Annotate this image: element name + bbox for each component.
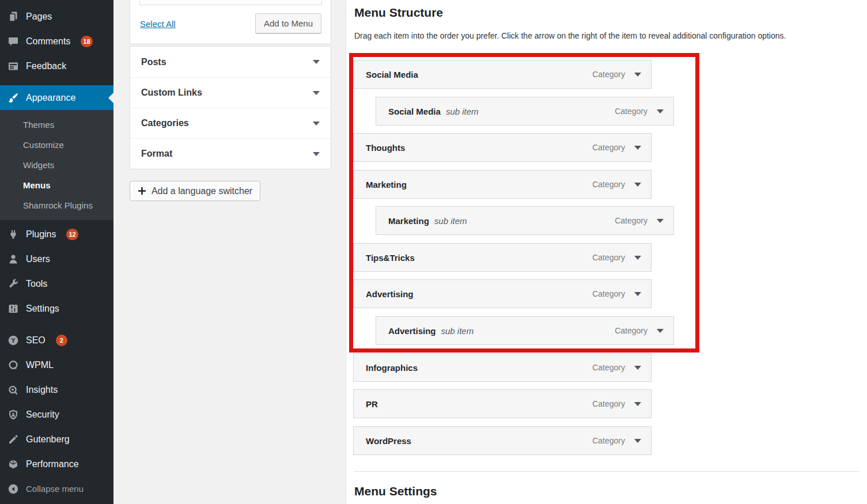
item-options-arrow-icon[interactable] — [657, 109, 664, 113]
plugins-icon — [7, 228, 20, 241]
sidebar-item-feedback[interactable]: Feedback — [0, 54, 113, 78]
submenu-item-themes[interactable]: Themes — [0, 115, 113, 135]
menu-item-title: Advertising — [366, 289, 414, 299]
sidebar-item-wpml[interactable]: WPML — [0, 353, 113, 377]
menu-item-title: Thoughts — [366, 143, 405, 153]
admin-menu: Pages Comments 18 Feedback Appearance Th… — [0, 0, 113, 501]
submenu-item-shamrock-plugins[interactable]: Shamrock Plugins — [0, 195, 113, 215]
collapse-icon — [7, 483, 20, 495]
item-options-arrow-icon[interactable] — [634, 146, 641, 150]
menu-item-title: Social Media — [366, 70, 418, 79]
menu-item-type-label: Category — [615, 216, 648, 225]
accordion-section-categories[interactable]: Categories — [130, 108, 331, 138]
sidebar-item-comments[interactable]: Comments 18 — [0, 29, 113, 54]
sidebar-item-tools[interactable]: Tools — [0, 271, 113, 296]
menu-item-title: PR — [366, 399, 378, 409]
appearance-submenu: Themes Customize Widgets Menus Shamrock … — [0, 110, 113, 220]
menu-item-title: Advertising — [388, 326, 436, 336]
category-checklist-box — [139, 0, 322, 5]
performance-icon — [7, 458, 20, 471]
submenu-item-menus[interactable]: Menus — [0, 175, 113, 195]
sidebar-item-label: Settings — [26, 304, 59, 314]
item-options-arrow-icon[interactable] — [657, 329, 664, 333]
add-language-switcher-label: Add a language switcher — [152, 186, 252, 196]
menu-item-row[interactable]: WordPress Category — [353, 426, 652, 455]
menu-item-type-label: Category — [592, 436, 625, 445]
item-options-arrow-icon[interactable] — [634, 256, 641, 260]
plugins-count-badge: 12 — [66, 229, 78, 240]
menu-item-type-label: Category — [615, 326, 648, 335]
tools-icon — [7, 278, 20, 290]
menu-settings-title: Menu Settings — [354, 484, 437, 498]
item-options-arrow-icon[interactable] — [634, 292, 641, 296]
sidebar-item-label: Appearance — [26, 93, 75, 103]
menu-item-title: Marketing — [388, 216, 429, 226]
add-items-accordion: Posts Custom Links Categories Format — [130, 46, 331, 169]
select-all-link[interactable]: Select All — [140, 19, 176, 29]
sidebar-item-users[interactable]: Users — [0, 247, 113, 271]
sidebar-item-label: Collapse menu — [26, 484, 84, 494]
menu-item-title: Social Media — [388, 107, 441, 116]
sidebar-item-performance[interactable]: Performance — [0, 452, 113, 476]
users-icon — [7, 253, 20, 266]
accordion-section-format[interactable]: Format — [130, 138, 331, 169]
sidebar-item-plugins[interactable]: Plugins 12 — [0, 222, 113, 247]
categories-panel-footer: Select All Add to Menu — [130, 0, 331, 44]
chevron-down-icon — [313, 122, 320, 126]
menu-item-row[interactable]: Infographics Category — [353, 353, 652, 382]
add-menu-items-column: Select All Add to Menu Posts Custom Link… — [113, 0, 346, 504]
menu-item-title: Infographics — [366, 363, 418, 373]
menu-item-type-label: Category — [592, 180, 625, 189]
submenu-item-customize[interactable]: Customize — [0, 135, 113, 155]
item-options-arrow-icon[interactable] — [634, 73, 641, 77]
sidebar-item-seo[interactable]: Y SEO 2 — [0, 328, 113, 353]
security-icon — [7, 408, 20, 421]
item-options-arrow-icon[interactable] — [634, 183, 641, 187]
item-options-arrow-icon[interactable] — [634, 439, 641, 443]
menu-item-title: WordPress — [366, 436, 411, 446]
menu-item-type-label: Category — [592, 289, 625, 298]
menu-structure-panel: Menu Structure Drag each item into the o… — [346, 0, 867, 504]
menu-item-type-label: Category — [592, 143, 625, 152]
item-options-arrow-icon[interactable] — [634, 402, 641, 406]
menu-item-row[interactable]: Advertising sub item Category — [376, 316, 674, 345]
comments-count-badge: 18 — [81, 36, 92, 47]
feedback-icon — [7, 60, 20, 73]
menu-item-row[interactable]: Social Media sub item Category — [376, 97, 674, 126]
insights-icon — [7, 384, 20, 396]
add-to-menu-button[interactable]: Add to Menu — [255, 13, 321, 33]
item-options-arrow-icon[interactable] — [657, 219, 664, 223]
sidebar-item-label: Comments — [26, 36, 70, 47]
sidebar-item-label: WPML — [26, 360, 54, 370]
accordion-section-title: Posts — [141, 57, 166, 67]
menu-item-row[interactable]: Advertising Category — [353, 279, 652, 308]
accordion-section-title: Custom Links — [141, 88, 202, 98]
svg-text:Y: Y — [11, 337, 16, 344]
add-language-switcher-button[interactable]: Add a language switcher — [130, 181, 260, 201]
sidebar-item-insights[interactable]: Insights — [0, 377, 113, 402]
menu-item-type-label: Category — [592, 363, 625, 372]
accordion-section-custom-links[interactable]: Custom Links — [130, 77, 331, 108]
menu-item-row[interactable]: Marketing sub item Category — [376, 206, 674, 235]
sidebar-item-label: Insights — [26, 385, 58, 395]
menu-item-sub-label: sub item — [446, 107, 479, 116]
menu-item-type-label: Category — [592, 253, 625, 262]
sidebar-item-pages[interactable]: Pages — [0, 4, 113, 29]
menu-item-row[interactable]: Tips&Tricks Category — [353, 243, 652, 272]
submenu-item-widgets[interactable]: Widgets — [0, 155, 113, 175]
menu-item-row[interactable]: Marketing Category — [353, 170, 652, 199]
accordion-section-title: Categories — [141, 118, 189, 128]
sidebar-item-security[interactable]: Security — [0, 402, 113, 427]
collapse-menu-button[interactable]: Collapse menu — [0, 476, 113, 501]
menu-item-row[interactable]: PR Category — [353, 389, 652, 418]
accordion-section-posts[interactable]: Posts — [130, 47, 331, 77]
sidebar-item-appearance[interactable]: Appearance — [0, 85, 113, 110]
menu-item-row[interactable]: Social Media Category — [353, 60, 652, 89]
sidebar-item-gutenberg[interactable]: Gutenberg — [0, 427, 113, 452]
sidebar-item-settings[interactable]: Settings — [0, 296, 113, 321]
menu-item-sub-label: sub item — [434, 216, 467, 226]
settings-icon — [7, 302, 20, 315]
menu-item-row[interactable]: Thoughts Category — [353, 133, 652, 162]
item-options-arrow-icon[interactable] — [634, 366, 641, 370]
chevron-down-icon — [313, 60, 320, 64]
